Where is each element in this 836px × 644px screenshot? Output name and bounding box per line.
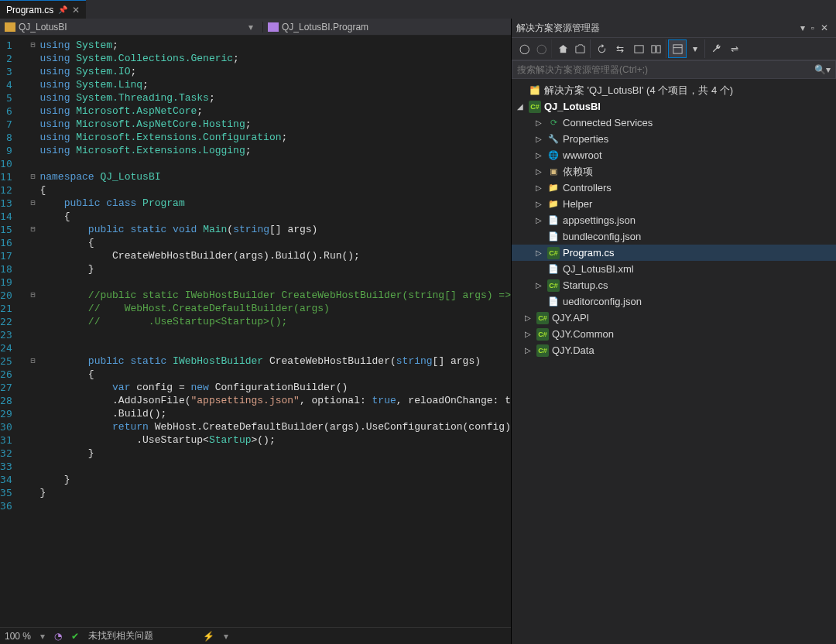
close-icon[interactable]: ✕ (72, 5, 80, 15)
csharp-project-icon (5, 22, 15, 32)
tree-item-label: QJ_LotusBI (544, 101, 601, 112)
tree-item-label: QJY.Common (552, 328, 614, 340)
project-item[interactable]: ▷🔧Properties (512, 131, 836, 147)
editor-column: QJ_LotusBI ▾ QJ_LotusBI.Program 12345678… (0, 19, 511, 644)
show-all-icon[interactable] (648, 39, 666, 58)
solution-explorer-panel: 解决方案资源管理器 ▾ ▫ ✕ ◯ ◯ ⇆ (511, 19, 836, 644)
line-number-gutter: 1234567891011121314151617181920212223242… (0, 36, 29, 627)
editor-tabbar: Program.cs 📌 ✕ (0, 0, 836, 19)
fold-gutter[interactable]: ⊟⊟⊟⊟⊟⊟ (29, 36, 37, 627)
tree-item-label: QJY.API (552, 312, 589, 324)
chevron-down-icon[interactable]: ▾ (40, 631, 45, 642)
project-node[interactable]: ◢C#QJ_LotusBI (512, 98, 836, 115)
project-item[interactable]: ▷▣依赖项 (512, 163, 836, 180)
issues-text[interactable]: 未找到相关问题 (88, 629, 153, 642)
svg-rect-1 (652, 45, 656, 52)
chevron-down-icon[interactable]: ▾ (244, 22, 258, 33)
expand-icon[interactable]: ▷ (533, 200, 544, 208)
expand-icon[interactable]: ▷ (533, 151, 544, 159)
search-input[interactable] (517, 64, 814, 75)
solution-search[interactable]: 🔍▾ (512, 60, 836, 79)
expand-icon[interactable]: ▷ (533, 135, 544, 143)
project-item[interactable]: ▷⟳Connected Services (512, 115, 836, 131)
search-icon[interactable]: 🔍▾ (814, 64, 831, 75)
project-node[interactable]: ▷C#QJY.Common (512, 326, 836, 342)
tree-item-label: Startup.cs (563, 279, 608, 291)
solution-root[interactable]: ▷🗂️解决方案 'QJ_LotusBI' (4 个项目，共 4 个) (512, 82, 836, 98)
project-item[interactable]: ▷📁Controllers (512, 180, 836, 196)
close-icon[interactable]: ✕ (817, 22, 831, 33)
tree-item-label: wwwroot (563, 149, 602, 161)
tree-item-label: Controllers (563, 182, 612, 194)
breadcrumb-project[interactable]: QJ_LotusBI ▾ (0, 22, 263, 33)
properties-icon[interactable] (668, 39, 687, 58)
zoom-level[interactable]: 100 % (5, 631, 31, 642)
tab-filename: Program.cs (6, 5, 53, 15)
tree-item-label: Connected Services (563, 117, 653, 128)
project-item[interactable]: ▷📄appsettings.json (512, 212, 836, 228)
tree-item-label: Program.cs (563, 247, 614, 259)
home-icon[interactable] (553, 39, 572, 58)
health-icon[interactable]: ◔ (54, 631, 62, 642)
expand-icon[interactable]: ▷ (533, 118, 544, 127)
bolt-icon[interactable]: ⚡ (203, 631, 214, 642)
breadcrumb-project-label: QJ_LotusBI (19, 22, 67, 33)
svg-rect-0 (634, 45, 642, 52)
tree-item-label: Helper (563, 198, 592, 210)
wrench-icon[interactable] (707, 39, 725, 58)
chevron-down-icon[interactable]: ▾ (224, 631, 228, 642)
svg-rect-3 (673, 44, 681, 53)
editor-status-bar: 100 % ▾ ◔ ✔ 未找到相关问题 ⚡ ▾ (0, 627, 511, 644)
tree-item-label: appsettings.json (563, 214, 636, 226)
expand-icon[interactable]: ◢ (515, 102, 526, 111)
breadcrumb-bar: QJ_LotusBI ▾ QJ_LotusBI.Program (0, 19, 511, 36)
back-icon[interactable]: ◯ (515, 39, 533, 58)
expand-icon[interactable]: ▷ (533, 183, 544, 192)
expand-icon[interactable]: ▷ (533, 281, 544, 289)
solution-tree[interactable]: ▷🗂️解决方案 'QJ_LotusBI' (4 个项目，共 4 个)◢C#QJ_… (512, 79, 836, 644)
expand-icon[interactable]: ▷ (522, 346, 533, 355)
solution-list-icon[interactable] (572, 39, 591, 58)
expand-icon[interactable]: ▷ (533, 216, 544, 224)
breadcrumb-class[interactable]: QJ_LotusBI.Program (263, 22, 373, 33)
project-item[interactable]: ▷C#Startup.cs (512, 277, 836, 293)
panel-title: 解决方案资源管理器 (516, 22, 797, 35)
preview-icon[interactable]: ▾ (687, 39, 705, 58)
check-icon: ✔ (71, 631, 79, 642)
project-item[interactable]: ▷📁Helper (512, 196, 836, 212)
refresh-icon[interactable] (592, 39, 611, 58)
project-node[interactable]: ▷C#QJY.Data (512, 342, 836, 358)
tree-item-label: QJ_LotusBI.xml (563, 263, 634, 275)
expand-icon[interactable]: ▷ (533, 167, 544, 176)
collapse-icon[interactable] (629, 39, 648, 58)
class-icon (268, 22, 279, 32)
expand-icon[interactable]: ▷ (522, 330, 533, 338)
tree-item-label: 解决方案 'QJ_LotusBI' (4 个项目，共 4 个) (544, 84, 733, 98)
window-position-icon[interactable]: ▫ (808, 22, 817, 33)
tree-item-label: ueditorconfig.json (563, 296, 642, 307)
pin-icon[interactable]: 📌 (58, 5, 67, 14)
code-editor[interactable]: 1234567891011121314151617181920212223242… (0, 36, 511, 627)
filter-icon[interactable]: ⇌ (725, 39, 744, 58)
breadcrumb-class-label: QJ_LotusBI.Program (282, 22, 368, 33)
project-item[interactable]: ▷🌐wwwroot (512, 147, 836, 163)
tree-item-label: Properties (563, 133, 608, 145)
code-area[interactable]: using System;using System.Collections.Ge… (36, 36, 511, 627)
panel-toolbar: ◯ ◯ ⇆ ▾ ⇌ (512, 37, 836, 60)
expand-icon[interactable]: ▷ (533, 248, 544, 257)
project-node[interactable]: ▷C#QJY.API (512, 310, 836, 326)
sync-icon[interactable]: ⇆ (611, 39, 629, 58)
project-item[interactable]: ▷C#Program.cs (512, 245, 836, 261)
expand-icon[interactable]: ▷ (522, 313, 533, 322)
file-tab[interactable]: Program.cs 📌 ✕ (0, 0, 86, 19)
project-item[interactable]: ▷📄ueditorconfig.json (512, 293, 836, 310)
dropdown-icon[interactable]: ▾ (797, 22, 808, 33)
project-item[interactable]: ▷📄QJ_LotusBI.xml (512, 261, 836, 277)
tree-item-label: bundleconfig.json (563, 231, 641, 242)
panel-header: 解决方案资源管理器 ▾ ▫ ✕ (512, 19, 836, 37)
project-item[interactable]: ▷📄bundleconfig.json (512, 228, 836, 245)
tree-item-label: 依赖项 (563, 165, 593, 179)
forward-icon[interactable]: ◯ (533, 39, 552, 58)
tree-item-label: QJY.Data (552, 344, 594, 356)
svg-rect-2 (656, 45, 660, 52)
